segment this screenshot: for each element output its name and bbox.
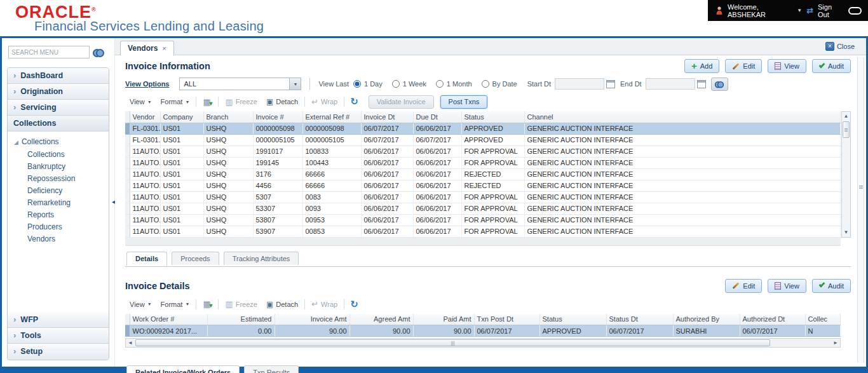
column-header[interactable]: Invoice #: [253, 111, 302, 123]
column-header[interactable]: Txn Post Dt: [474, 314, 539, 325]
add-button[interactable]: +Add: [684, 59, 719, 73]
tab-txn-results[interactable]: Txn Results: [244, 365, 299, 373]
row-selector[interactable]: [125, 325, 130, 337]
row-selector[interactable]: [125, 203, 130, 214]
column-header[interactable]: External Ref #: [302, 111, 361, 123]
query-by-example-button[interactable]: ▦▼: [198, 98, 216, 106]
scroll-thumb[interactable]: [843, 121, 850, 138]
query-by-example-button[interactable]: ▦▼: [198, 300, 216, 308]
row-selector[interactable]: [125, 191, 130, 203]
detach-button[interactable]: ▣Detach: [262, 300, 302, 309]
details-edit-button[interactable]: Edit: [725, 279, 762, 293]
end-dt-input[interactable]: [646, 78, 695, 90]
table-row[interactable]: 11AUTO...US01USHQ538070095306/06/201706/…: [125, 214, 841, 226]
scroll-thumb[interactable]: [135, 339, 770, 346]
row-selector[interactable]: [125, 226, 130, 237]
sign-out-link[interactable]: Sign Out: [818, 3, 843, 18]
column-header[interactable]: Due Dt: [413, 111, 461, 123]
format-menu[interactable]: Format▼: [156, 301, 194, 308]
sidebar-item-wfp[interactable]: ›WFP: [8, 312, 109, 328]
validate-invoice-button[interactable]: Validate Invoice: [369, 95, 434, 109]
table-row[interactable]: 11AUTO...US01USHQ5307008306/06/201706/06…: [125, 191, 841, 203]
sidebar-item-reports[interactable]: Reports: [8, 209, 109, 221]
table-row[interactable]: 11AUTO...US01USHQ539070085306/06/201706/…: [125, 226, 841, 237]
details-audit-button[interactable]: Audit: [812, 279, 851, 293]
column-header[interactable]: Vendor: [130, 111, 160, 123]
details-view-button[interactable]: View: [768, 279, 806, 293]
sidebar-item-deficiency[interactable]: Deficiency: [8, 185, 109, 197]
sidebar-item-dashboard[interactable]: ›DashBoard: [8, 68, 109, 84]
tree-expanded-icon[interactable]: ◢: [14, 139, 18, 146]
sidebar-item-remarketing[interactable]: Remarketing: [8, 197, 109, 209]
sidebar-item-producers[interactable]: Producers: [8, 221, 109, 233]
column-header[interactable]: Estimated: [207, 314, 275, 325]
row-selector[interactable]: [125, 168, 130, 180]
refresh-icon[interactable]: ↻: [346, 299, 362, 310]
column-header[interactable]: Status: [539, 314, 606, 325]
view-options-select[interactable]: ALL ▼: [179, 78, 301, 90]
column-header[interactable]: Collec: [805, 314, 841, 325]
chevron-down-icon[interactable]: ▼: [289, 78, 301, 90]
column-header[interactable]: Status Dt: [606, 314, 673, 325]
audit-button[interactable]: Audit: [812, 59, 851, 73]
wrap-button[interactable]: ↵Wrap: [307, 299, 342, 309]
close-button[interactable]: × Close: [825, 42, 855, 51]
sidebar-item-origination[interactable]: ›Origination: [8, 84, 109, 100]
scroll-right-icon[interactable]: ►: [831, 339, 840, 347]
view-menu[interactable]: View▼: [125, 98, 156, 105]
view-menu[interactable]: View▼: [125, 301, 156, 308]
radio-1-week[interactable]: [392, 80, 400, 88]
format-menu[interactable]: Format▼: [156, 98, 194, 105]
column-header[interactable]: Work Order #: [130, 314, 207, 325]
row-selector[interactable]: [125, 157, 130, 168]
column-header[interactable]: Channel: [524, 111, 841, 123]
search-invoices-button[interactable]: [711, 78, 728, 91]
view-button[interactable]: View: [768, 59, 806, 73]
calendar-icon[interactable]: [697, 80, 706, 88]
column-header[interactable]: Status: [461, 111, 524, 123]
welcome-text[interactable]: Welcome, ABSHEKAR: [728, 3, 792, 18]
detach-button[interactable]: ▣Detach: [262, 97, 302, 106]
row-selector[interactable]: [125, 214, 130, 226]
tab-details[interactable]: Details: [126, 252, 167, 266]
table-row[interactable]: 11AUTO...US01USHQ44566666606/06/201706/0…: [125, 180, 841, 191]
table-row[interactable]: 11AUTO...US01USHQ199101710083306/06/2017…: [125, 146, 841, 157]
wrap-button[interactable]: ↵Wrap: [307, 97, 342, 107]
tab-proceeds[interactable]: Proceeds: [172, 252, 219, 265]
invoice-table-vscrollbar[interactable]: ▲ ▼: [841, 111, 851, 238]
column-header[interactable]: Authorized By: [673, 314, 740, 325]
refresh-icon[interactable]: ↻: [346, 96, 362, 107]
column-header[interactable]: Branch: [203, 111, 253, 123]
tree-node-collections[interactable]: ◢Collections: [8, 135, 109, 149]
table-row[interactable]: 11AUTO...US01USHQ19914510044306/06/20170…: [125, 157, 841, 168]
table-row[interactable]: WO:0009204 2017...0.0090.0090.0090.0006/…: [125, 325, 841, 337]
radio-1-day[interactable]: [353, 80, 361, 88]
table-row[interactable]: FL-0301...US01USHQ0000005098000000509806…: [125, 123, 841, 134]
row-selector[interactable]: [125, 146, 130, 157]
freeze-button[interactable]: ▥Freeze: [220, 299, 262, 309]
scroll-up-icon[interactable]: ▲: [844, 112, 849, 121]
sidebar-item-collections-header[interactable]: Collections: [8, 116, 109, 132]
sidebar-item-bankruptcy[interactable]: Bankruptcy: [8, 161, 109, 173]
tab-related-invoice-work-orders[interactable]: Related Invoice/Work Orders: [126, 365, 240, 373]
scroll-left-icon[interactable]: ◄: [126, 339, 135, 347]
sidebar-item-servicing[interactable]: ›Servicing: [8, 100, 109, 116]
sidebar-item-repossession[interactable]: Repossession: [8, 173, 109, 185]
details-hscrollbar[interactable]: ◄ ►: [125, 338, 841, 348]
sidebar-item-vendors[interactable]: Vendors: [8, 233, 109, 245]
welcome-caret-icon[interactable]: ▼: [797, 8, 802, 13]
radio-by-date[interactable]: [482, 80, 489, 88]
scroll-down-icon[interactable]: ▼: [844, 228, 849, 237]
calendar-icon[interactable]: [606, 80, 615, 88]
tab-vendors[interactable]: Vendors ×: [120, 41, 174, 55]
tab-tracking-attributes[interactable]: Tracking Attributes: [224, 252, 299, 265]
column-header[interactable]: Paid Amt: [413, 314, 474, 325]
table-row[interactable]: FL-0301...US01USHQ0000005105000000510506…: [125, 134, 841, 146]
freeze-button[interactable]: ▥Freeze: [220, 97, 262, 107]
sidebar-item-collections[interactable]: Collections: [8, 149, 109, 161]
row-selector[interactable]: [125, 123, 130, 134]
sidebar-item-tools[interactable]: ›Tools: [8, 328, 109, 344]
column-header[interactable]: Company: [160, 111, 203, 123]
edit-button[interactable]: Edit: [725, 59, 762, 73]
tab-close-icon[interactable]: ×: [162, 44, 166, 52]
